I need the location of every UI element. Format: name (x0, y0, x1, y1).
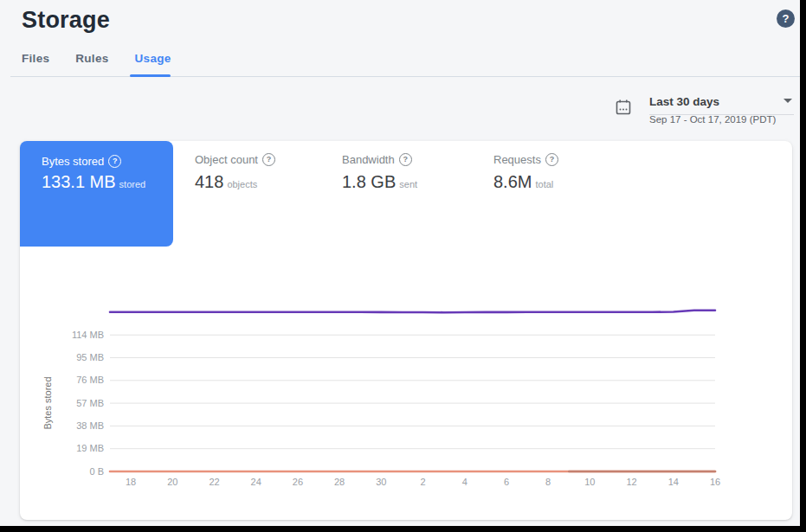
svg-text:26: 26 (293, 477, 303, 487)
metric-value-text: 1.8 GB (342, 172, 396, 191)
svg-text:19 MB: 19 MB (76, 443, 104, 453)
svg-text:30: 30 (376, 477, 386, 487)
metric-label: Requests ? (493, 153, 558, 166)
metric-unit: stored (119, 179, 146, 189)
svg-text:Bytes stored: Bytes stored (42, 376, 53, 429)
metric-bytes-stored[interactable]: Bytes stored ? 133.1 MBstored (20, 141, 173, 247)
tab-rules[interactable]: Rules (75, 52, 108, 75)
metric-value: 418objects (195, 172, 275, 192)
tab-files[interactable]: Files (22, 52, 49, 75)
svg-text:18: 18 (126, 477, 136, 487)
svg-text:22: 22 (209, 477, 219, 487)
help-icon[interactable]: ? (777, 10, 795, 28)
help-question-icon[interactable]: ? (262, 153, 275, 166)
metric-object-count[interactable]: Object count ? 418objects (195, 153, 275, 192)
active-tab-indicator (130, 74, 171, 77)
svg-text:14: 14 (668, 477, 679, 487)
svg-text:28: 28 (334, 477, 345, 487)
tab-bar: Files Rules Usage (22, 52, 197, 75)
svg-text:38 MB: 38 MB (76, 420, 104, 431)
help-question-icon[interactable]: ? (108, 155, 121, 168)
svg-text:2: 2 (420, 477, 425, 487)
svg-text:24: 24 (251, 477, 261, 487)
date-range-detail: Sep 17 - Oct 17, 2019 (PDT) (649, 114, 776, 125)
svg-text:10: 10 (584, 477, 595, 487)
date-range-label: Last 30 days (649, 95, 719, 108)
svg-text:95 MB: 95 MB (76, 352, 104, 362)
svg-text:12: 12 (626, 477, 636, 487)
metric-label-text: Bytes stored (42, 155, 104, 168)
metric-value: 133.1 MBstored (42, 172, 145, 192)
usage-card: Bytes stored ? 133.1 MBstored Object cou… (20, 141, 792, 520)
metric-value: 1.8 GBsent (342, 172, 417, 192)
svg-text:16: 16 (710, 477, 720, 487)
metric-label-text: Requests (493, 153, 541, 166)
metric-value: 8.6Mtotal (493, 172, 558, 192)
metric-label-text: Bandwidth (342, 153, 395, 166)
svg-text:114 MB: 114 MB (72, 330, 104, 340)
help-question-icon[interactable]: ? (545, 153, 558, 166)
chevron-down-icon (783, 99, 792, 103)
help-question-icon[interactable]: ? (399, 153, 412, 166)
tabs-divider (10, 76, 800, 77)
svg-text:76 MB: 76 MB (76, 375, 104, 385)
storage-usage-page: Storage ? Files Rules Usage Last 30 days… (0, 0, 800, 526)
metric-value-text: 418 (195, 172, 223, 191)
metric-value-text: 133.1 MB (42, 172, 116, 191)
metric-unit: total (535, 179, 553, 189)
svg-text:6: 6 (504, 477, 509, 487)
metric-bandwidth[interactable]: Bandwidth ? 1.8 GBsent (342, 153, 417, 192)
metric-label-text: Object count (195, 153, 258, 166)
bytes-stored-line-chart: 0 B19 MB38 MB57 MB76 MB95 MB114 MBBytes … (20, 286, 792, 513)
svg-text:57 MB: 57 MB (76, 398, 104, 408)
metric-value-text: 8.6M (493, 172, 532, 191)
svg-text:0 B: 0 B (89, 466, 104, 477)
page-title: Storage (22, 7, 110, 34)
svg-text:20: 20 (167, 477, 177, 487)
date-range-main: Last 30 days (649, 93, 794, 115)
metric-unit: objects (227, 179, 257, 189)
metric-label: Bandwidth ? (342, 153, 417, 166)
tab-usage[interactable]: Usage (135, 52, 171, 75)
svg-text:8: 8 (545, 477, 551, 487)
metric-label: Bytes stored ? (42, 155, 121, 168)
calendar-icon (615, 99, 632, 116)
svg-text:4: 4 (462, 477, 467, 487)
metric-requests[interactable]: Requests ? 8.6Mtotal (493, 153, 558, 192)
metric-label: Object count ? (195, 153, 275, 166)
metric-unit: sent (399, 179, 417, 189)
